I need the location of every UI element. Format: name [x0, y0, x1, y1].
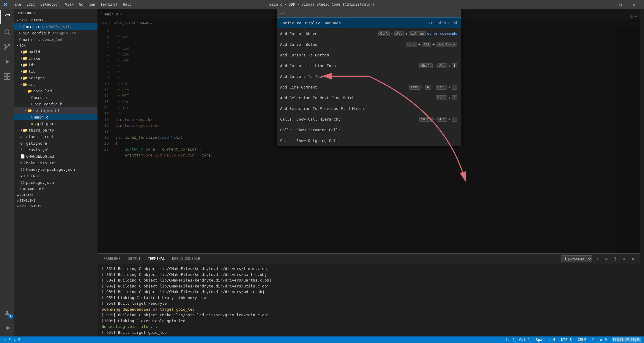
tree-item-package-json[interactable]: {} package.json: [14, 179, 97, 186]
panel-tab-debug-console[interactable]: DEBUG CONSOLE: [169, 255, 203, 262]
tree-item-changelog[interactable]: 📄 CHANGELOG.md: [14, 153, 97, 159]
open-editors-header[interactable]: ▾ OPEN EDITORS: [14, 18, 97, 23]
tree-item-gitignore[interactable]: ◇ .gitignore: [14, 140, 97, 146]
maximize-panel-button[interactable]: ∧: [620, 255, 628, 263]
tree-item-readme[interactable]: ℹ README.md: [14, 186, 97, 192]
panel-tab-output[interactable]: OUTPUT: [125, 255, 144, 262]
tree-item-travis[interactable]: ! .travis.yml: [14, 146, 97, 153]
tree-item-cmake[interactable]: ▶ 📁 cmake: [14, 55, 97, 61]
command-item-add-selection-next[interactable]: Add Selection To Next Find Match Ctrl + …: [277, 92, 461, 103]
menu-selection[interactable]: Selection: [38, 2, 62, 7]
command-item-show-call-hierarchy[interactable]: Calls: Show Call Hierarchy Shift + Alt +…: [277, 114, 461, 124]
file-gpio-main-label: main.c: [34, 95, 48, 100]
command-label-add-selection-prev: Add Selection To Previous Find Match: [280, 106, 364, 111]
panel-tab-problems[interactable]: PROBLEMS: [100, 255, 124, 262]
activity-run-debug[interactable]: [0, 55, 14, 69]
status-notifications[interactable]: ⊞ 0: [599, 338, 608, 342]
command-item-add-cursors-top[interactable]: Add Cursors To Top: [277, 71, 461, 82]
tree-item-src[interactable]: ▾ 📂 src: [14, 81, 97, 88]
tree-item-clang-format[interactable]: ≡ .clang-format: [14, 133, 97, 140]
status-language[interactable]: C: [591, 338, 596, 342]
open-editor-pin-config[interactable]: C pin_config.h src\gpio_led: [14, 30, 97, 36]
command-item-add-cursor-below[interactable]: Add Cursor Below Ctrl + Alt + DownArrow: [277, 39, 461, 50]
command-search-input[interactable]: [283, 11, 458, 15]
close-editor-icon[interactable]: ✕: [19, 25, 22, 29]
close-panel-button[interactable]: ✕: [629, 255, 637, 263]
menu-file[interactable]: File: [10, 2, 23, 7]
activity-search[interactable]: [0, 25, 14, 39]
menu-terminal[interactable]: Terminal: [98, 2, 120, 7]
tree-item-license[interactable]: ★ LICENSE: [14, 173, 97, 179]
command-item-add-cursor-above[interactable]: Add Cursor Above Ctrl + Alt + UpArrow ot…: [277, 28, 461, 39]
titlebar-left: File Edit Selection View Go Run Terminal…: [3, 2, 134, 7]
tree-item-scripts[interactable]: ▶ 📁 scripts: [14, 75, 97, 81]
timeline-header[interactable]: ▶ TIMELINE: [14, 198, 97, 203]
status-bar: ⚠ 0 △ 0 Ln 1, Col 1 Spaces: 4 UTF-8 CRLF…: [0, 336, 644, 343]
tree-item-gpio-led[interactable]: ▾ 📂 gpio_led: [14, 88, 97, 94]
tree-item-kendryte-pkg[interactable]: {} kendryte-package.json: [14, 166, 97, 173]
panel-tab-terminal[interactable]: TERMINAL: [145, 255, 168, 262]
npm-scripts-chevron: ▶: [16, 205, 19, 207]
command-item-add-selection-prev[interactable]: Add Selection To Previous Find Match: [277, 103, 461, 114]
split-terminal-button[interactable]: ⊞: [602, 255, 610, 263]
right-scrollbar[interactable]: [640, 9, 644, 336]
menu-edit[interactable]: Edit: [24, 2, 37, 7]
tree-item-cmakelists[interactable]: M CMakeLists.txt: [14, 159, 97, 166]
activity-settings[interactable]: [0, 320, 14, 335]
new-terminal-button[interactable]: +: [593, 255, 601, 263]
kill-terminal-button[interactable]: 🗑: [611, 255, 619, 263]
open-editor-main-c[interactable]: ✕ C main.c src\hello_world: [14, 23, 97, 30]
command-item-configure-display[interactable]: Configure Display Language recently used: [277, 18, 461, 28]
status-spaces[interactable]: Spaces: 4: [535, 338, 556, 342]
activity-source-control[interactable]: [0, 40, 14, 54]
open-editor-main-c2[interactable]: C main.c src\gpio_led: [14, 36, 97, 43]
app-body: 1 EXPLORER ▾ OPEN EDITORS ✕ C main.c src…: [0, 9, 644, 336]
command-item-show-incoming-calls[interactable]: Calls: Show Incoming Calls: [277, 124, 461, 135]
tree-item-build[interactable]: ▶ 📁 build: [14, 48, 97, 55]
status-remote[interactable]: 钱先行 银行转账: [612, 337, 641, 342]
kbd-ctrl4: Ctrl: [436, 85, 447, 90]
sdk-header[interactable]: ▾ SDK: [14, 43, 97, 48]
activity-extensions[interactable]: [0, 69, 14, 84]
command-item-add-cursors-line-ends[interactable]: Add Cursors to Line Ends Shift + Alt + I: [277, 60, 461, 71]
outline-header[interactable]: ▶ OUTLINE: [14, 192, 97, 198]
file-changelog-label: CHANGELOG.md: [26, 154, 54, 159]
tree-item-third-party[interactable]: ▶ 📁 third_party: [14, 127, 97, 133]
tree-item-gitignore-sub[interactable]: ◇ .gitignore: [14, 120, 97, 127]
command-item-add-line-comment[interactable]: Add Line Comment Ctrl + K Ctrl + C: [277, 82, 461, 92]
minimize-button[interactable]: —: [600, 0, 614, 9]
terminal-output[interactable]: [ 83%] Building C object lib/CMakeFiles/…: [97, 264, 640, 336]
terminal-instance-select[interactable]: 1: powershell: [561, 255, 592, 262]
tree-item-lib[interactable]: ▶ 📁 lib: [14, 68, 97, 75]
folder-lib-chevron: ▶: [20, 70, 23, 72]
activity-bar: 1: [0, 9, 14, 336]
command-label-configure: Configure Display Language: [281, 21, 341, 25]
command-item-add-cursors-bottom[interactable]: Add Cursors To Bottom: [277, 50, 461, 60]
status-line-ending[interactable]: CRLF: [577, 338, 588, 342]
tree-item-gpio-main[interactable]: C main.c: [14, 94, 97, 101]
maximize-button[interactable]: ❐: [614, 0, 627, 9]
close-button[interactable]: ✕: [627, 0, 641, 9]
tree-item-hello-world[interactable]: ▾ 📂 hello_world: [14, 107, 97, 114]
timeline-label: TIMELINE: [20, 199, 35, 203]
outline-chevron: ▶: [16, 194, 19, 196]
npm-scripts-header[interactable]: ▶ NPM SCRIPTS: [14, 203, 97, 209]
tree-item-hello-main[interactable]: C main.c: [14, 114, 97, 120]
tree-item-ids[interactable]: ▶ 📁 Ids: [14, 61, 97, 68]
tree-item-pin-config[interactable]: C pin_config.h: [14, 101, 97, 107]
menu-help[interactable]: Help: [121, 2, 134, 7]
other-commands-link[interactable]: other commands: [427, 31, 457, 36]
status-errors[interactable]: ⚠ 0 △ 0: [3, 338, 22, 342]
status-encoding[interactable]: UTF-8: [560, 338, 573, 342]
folder-third-party-chevron: ▶: [20, 129, 23, 131]
command-item-show-outgoing-calls[interactable]: Calls: Show Outgoing Calls: [277, 135, 461, 146]
status-position[interactable]: Ln 1, Col 1: [505, 338, 531, 342]
menu-run[interactable]: Run: [86, 2, 97, 7]
kbd-ctrl1: Ctrl: [378, 31, 390, 36]
menu-view[interactable]: View: [63, 2, 76, 7]
file-readme-label: README.md: [23, 187, 44, 191]
activity-explorer[interactable]: [0, 10, 14, 24]
activity-accounts[interactable]: 1: [0, 306, 14, 320]
svg-rect-7: [4, 77, 7, 80]
menu-go[interactable]: Go: [77, 2, 86, 7]
